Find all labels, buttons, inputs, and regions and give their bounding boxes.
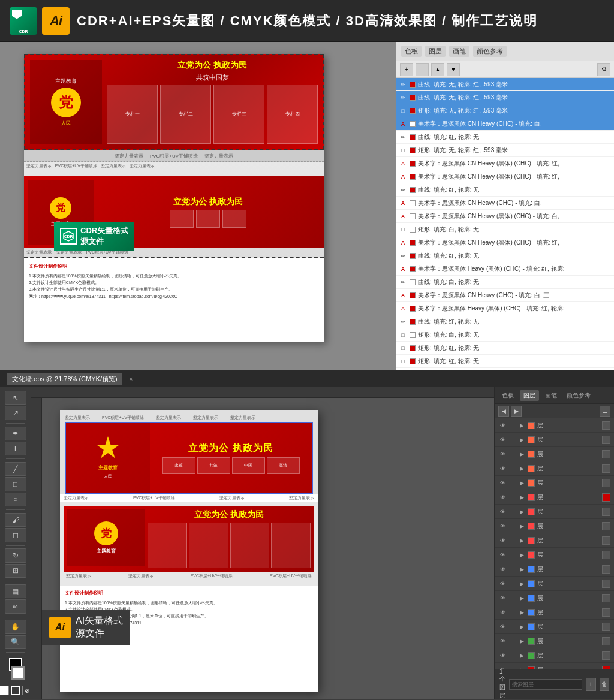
layers-settings-btn[interactable]: ⚙ bbox=[597, 63, 610, 76]
layer-row[interactable]: A 美术字：思源黑体 CN Heavy (黑体) (CHC) - 填充: 红, bbox=[396, 170, 614, 183]
ai-tab-layers[interactable]: 图层 bbox=[520, 390, 539, 401]
layers-new-btn[interactable]: + bbox=[400, 63, 413, 76]
layer-eye-icon[interactable]: 👁 bbox=[498, 450, 507, 458]
gradient-tool[interactable]: ▤ bbox=[5, 584, 26, 598]
layer-eye-icon[interactable]: 👁 bbox=[498, 493, 507, 502]
eraser-tool[interactable]: ◻ bbox=[5, 528, 26, 542]
ai-layer-row[interactable]: 👁 ▶ 层 bbox=[495, 591, 614, 605]
tab-color-swatch[interactable]: 色板 bbox=[401, 46, 422, 57]
new-layer-btn[interactable]: + bbox=[586, 678, 596, 691]
layer-eye-icon[interactable]: 👁 bbox=[498, 580, 507, 588]
shape-tool[interactable]: □ bbox=[5, 477, 26, 491]
stroke-icon[interactable] bbox=[11, 686, 20, 695]
layers-panel-header[interactable]: 色板 图层 画笔 颜色参考 bbox=[396, 42, 614, 61]
tab-close-btn[interactable]: × bbox=[130, 376, 133, 382]
ai-tab-color[interactable]: 色板 bbox=[498, 390, 517, 401]
layer-row[interactable]: A 美术字：思源黑体 Heavy (黑体) (CHC) - 填充: 红, 轮廓: bbox=[396, 302, 614, 315]
layer-eye-icon[interactable]: 👁 bbox=[498, 594, 507, 602]
ai-layer-row[interactable]: 👁 ▶ 层 bbox=[495, 548, 614, 562]
layer-row[interactable]: A 美术字：思源黑体 CN Heavy (黑体) (CHC) - 填充: 红, bbox=[396, 236, 614, 249]
layer-row[interactable]: □ 矩形: 填充: 红, 轮廓: 无 bbox=[396, 355, 614, 368]
layer-row[interactable]: A 美术字：思源黑体 CN Heavy (CHC) - 填充: 白, bbox=[396, 197, 614, 210]
ai-layer-row[interactable]: 👁 ▶ 层 bbox=[495, 620, 614, 634]
layer-row[interactable]: ✏ 曲线: 填充: 无, 轮廓: 红, .593 毫米 bbox=[396, 78, 614, 91]
ai-layer-row[interactable]: 👁 ▶ 层 bbox=[495, 476, 614, 490]
paint-tool[interactable]: 🖌 bbox=[5, 513, 26, 527]
direct-select-tool[interactable]: ↗ bbox=[5, 406, 26, 420]
select-tool[interactable]: ↖ bbox=[5, 391, 26, 405]
layer-row[interactable]: □ 矩形: 填充: 红, 轮廓: 无 bbox=[396, 368, 614, 370]
ai-layer-row[interactable]: 👁 ▶ 层 bbox=[495, 663, 614, 669]
layer-row[interactable]: A 美术字：思源黑体 Heavy (黑体) (CHC) - 填充: 红, 轮廓: bbox=[396, 262, 614, 276]
ai-panel-btn-1[interactable]: ◀ bbox=[498, 406, 509, 417]
rotate-tool[interactable]: ↻ bbox=[5, 548, 26, 562]
layer-row[interactable]: ✏ 曲线: 填充: 红, 轮廓: 无 bbox=[396, 183, 614, 197]
layer-row[interactable]: A 美术字：思源黑体 CN Heavy (黑体) (CHC) - 填充: 红, bbox=[396, 157, 614, 170]
layer-row[interactable]: □ 矩形: 填充: 无, 轮廓: 红, .593 毫米 bbox=[396, 144, 614, 157]
background-color[interactable] bbox=[11, 666, 25, 680]
ai-layer-row[interactable]: 👁 ▶ 层 bbox=[495, 634, 614, 648]
layer-row[interactable]: A 美术字：思源黑体 CN Heavy (CHC) - 填充: 白, bbox=[396, 117, 614, 131]
layer-row[interactable]: ✏ 曲线: 填充: 红, 轮廓: 无 bbox=[396, 131, 614, 144]
ai-layer-row[interactable]: 👁 ▶ 层 bbox=[495, 519, 614, 533]
delete-layer-btn[interactable]: 🗑 bbox=[600, 678, 610, 691]
fill-icon[interactable] bbox=[0, 686, 9, 695]
layer-eye-icon[interactable]: 👁 bbox=[498, 436, 507, 444]
layer-eye-icon[interactable]: 👁 bbox=[498, 536, 507, 545]
tab-color-ref[interactable]: 颜色参考 bbox=[473, 46, 507, 57]
ai-panel-btn-2[interactable]: ▶ bbox=[511, 406, 522, 417]
ai-tab-colorref[interactable]: 颜色参考 bbox=[563, 390, 594, 401]
layer-row[interactable]: ✏ 曲线: 填充: 红, 轮廓: 无 bbox=[396, 249, 614, 262]
ai-layer-row[interactable]: 👁 ▶ 层 bbox=[495, 533, 614, 548]
tab-layers[interactable]: 图层 bbox=[425, 46, 446, 57]
layer-search-input[interactable] bbox=[509, 679, 582, 690]
ai-layer-row[interactable]: 👁 ▶ 层 bbox=[495, 461, 614, 476]
layer-row[interactable]: □ 矩形: 填充: 无, 轮廓: 红, .593 毫米 bbox=[396, 104, 614, 117]
layer-row[interactable]: □ 矩形: 填充: 白, 轮廓: 无 bbox=[396, 328, 614, 342]
hand-tool[interactable]: ✋ bbox=[5, 620, 26, 633]
3d-labels-top: 坚定力量表示 PVC积层+UV平铺喷涂 坚定力量表示 坚定力量表示 bbox=[24, 162, 324, 170]
ai-layer-row[interactable]: 👁 ▶ 层 bbox=[495, 433, 614, 447]
layer-eye-icon[interactable]: 👁 bbox=[498, 522, 507, 530]
layer-eye-icon[interactable]: 👁 bbox=[498, 464, 507, 473]
layer-row[interactable]: □ 矩形: 填充: 白, 轮廓: 无 bbox=[396, 223, 614, 236]
layer-row[interactable]: ✏ 曲线: 填充: 红, 轮廓: 无 bbox=[396, 315, 614, 328]
ai-layer-row[interactable]: 👁 ▶ 层 bbox=[495, 418, 614, 433]
layer-eye-icon[interactable]: 👁 bbox=[498, 479, 507, 487]
ai-layer-row[interactable]: 👁 ▶ 层 bbox=[495, 490, 614, 505]
zoom-tool[interactable]: 🔍 bbox=[5, 635, 26, 649]
tab-brushes[interactable]: 画笔 bbox=[449, 46, 469, 57]
ai-layer-row[interactable]: 👁 ▶ 层 bbox=[495, 505, 614, 519]
layers-delete-btn[interactable]: - bbox=[416, 63, 429, 76]
ai-layer-row[interactable]: 👁 ▶ 层 bbox=[495, 605, 614, 620]
layer-eye-icon[interactable]: 👁 bbox=[498, 551, 507, 559]
ai-layer-row[interactable]: 👁 ▶ 层 bbox=[495, 648, 614, 663]
ai-layer-row[interactable]: 👁 ▶ 层 bbox=[495, 562, 614, 577]
layer-eye-icon[interactable]: 👁 bbox=[498, 508, 507, 516]
scale-tool[interactable]: ⊞ bbox=[5, 564, 26, 578]
layer-row[interactable]: A 美术字：思源黑体 CN Heavy (黑体) (CHC) - 填充: 白, bbox=[396, 210, 614, 223]
none-icon[interactable]: ⊘ bbox=[22, 686, 32, 695]
layer-eye-icon[interactable]: 👁 bbox=[498, 565, 507, 574]
file-tab[interactable]: 文化墙.eps @ 21.78% (CMYK/预览) bbox=[7, 373, 122, 385]
ai-layer-row[interactable]: 👁 ▶ 层 bbox=[495, 447, 614, 461]
type-tool[interactable]: T bbox=[5, 442, 26, 455]
layers-down-btn[interactable]: ▼ bbox=[447, 63, 460, 76]
layer-eye-icon[interactable]: 👁 bbox=[498, 608, 507, 617]
layer-eye-icon[interactable]: 👁 bbox=[498, 623, 507, 631]
pen-tool[interactable]: ✒ bbox=[5, 427, 26, 440]
layers-up-btn[interactable]: ▲ bbox=[431, 63, 444, 76]
layer-eye-icon[interactable]: 👁 bbox=[498, 637, 507, 645]
blend-tool[interactable]: ∞ bbox=[5, 599, 26, 613]
ai-layer-row[interactable]: 👁 ▶ 层 bbox=[495, 577, 614, 591]
layer-eye-icon[interactable]: 👁 bbox=[498, 651, 507, 660]
layer-row[interactable]: ✏ 曲线: 填充: 无, 轮廓: 红, .593 毫米 bbox=[396, 91, 614, 104]
ellipse-tool[interactable]: ○ bbox=[5, 493, 26, 506]
layer-eye-icon[interactable]: 👁 bbox=[498, 421, 507, 430]
ai-tab-brush[interactable]: 画笔 bbox=[541, 390, 561, 401]
layer-row[interactable]: ✏ 曲线: 填充: 白, 轮廓: 无 bbox=[396, 276, 614, 289]
ai-panel-menu-btn[interactable]: ☰ bbox=[600, 406, 610, 417]
layer-row[interactable]: □ 矩形: 填充: 红, 轮廓: 无 bbox=[396, 342, 614, 355]
layer-row[interactable]: A 美术字：思源黑体 CN Heavy (CHC) - 填充: 白, 三 bbox=[396, 289, 614, 302]
line-tool[interactable]: ╱ bbox=[5, 462, 26, 476]
